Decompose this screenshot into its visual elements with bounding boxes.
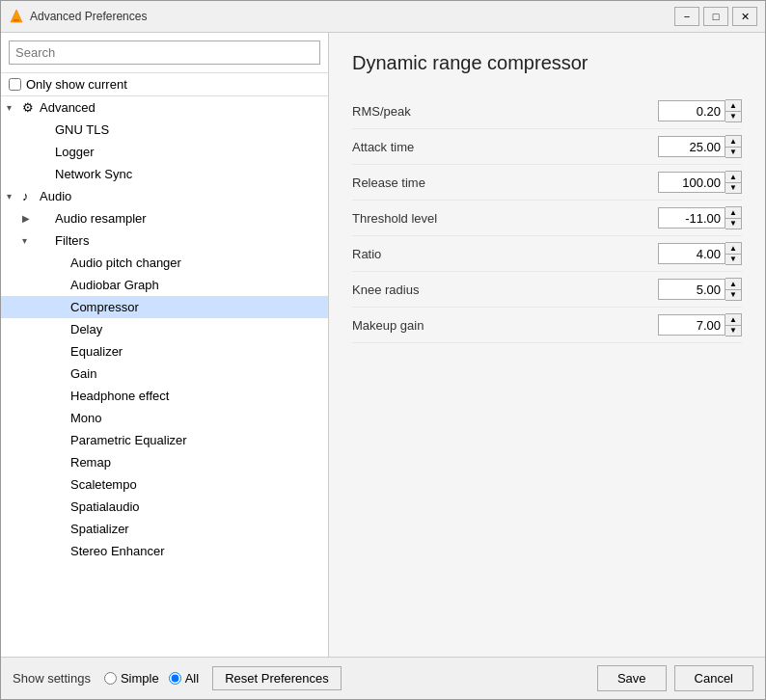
cancel-button[interactable]: Cancel	[674, 665, 753, 691]
search-input[interactable]	[9, 40, 320, 65]
spin-up-threshold-level[interactable]: ▲	[725, 207, 741, 218]
minimize-button[interactable]: −	[674, 7, 699, 26]
spin-buttons-ratio: ▲▼	[725, 242, 742, 265]
tree-item-stereo-enhancer[interactable]: Stereo Enhancer	[1, 540, 328, 562]
setting-label-release-time: Release time	[352, 175, 425, 190]
spin-container-makeup-gain: ▲▼	[658, 313, 742, 337]
maximize-button[interactable]: □	[703, 7, 728, 26]
tree-label-network-sync: Network Sync	[55, 167, 322, 181]
tree-arrow-filters: ▾	[22, 235, 38, 246]
tree-label-audio-resampler: Audio resampler	[55, 211, 322, 226]
spin-up-rms-peak[interactable]: ▲	[725, 100, 741, 111]
radio-all-input[interactable]	[169, 672, 181, 685]
tree-item-filters[interactable]: ▾Filters	[1, 229, 328, 252]
tree-label-audio-pitch-changer: Audio pitch changer	[70, 256, 322, 270]
spin-down-ratio[interactable]: ▼	[725, 254, 741, 264]
reset-preferences-button[interactable]: Reset Preferences	[212, 666, 342, 690]
spin-container-release-time: ▲▼	[658, 171, 742, 194]
tree-item-gain[interactable]: Gain	[1, 363, 328, 385]
tree-label-stereo-enhancer: Stereo Enhancer	[70, 544, 322, 558]
window-title: Advanced Preferences	[30, 10, 147, 23]
tree-label-audiobar-graph: Audiobar Graph	[70, 278, 322, 292]
setting-label-threshold-level: Threshold level	[352, 211, 437, 226]
tree-item-compressor[interactable]: Compressor	[1, 296, 328, 318]
close-button[interactable]: ✕	[732, 7, 757, 26]
tree-item-parametric-equalizer[interactable]: Parametric Equalizer	[1, 429, 328, 451]
spin-input-threshold-level[interactable]	[658, 207, 725, 229]
spin-up-ratio[interactable]: ▲	[725, 243, 741, 254]
tree-item-mono[interactable]: Mono	[1, 407, 328, 429]
spin-input-attack-time[interactable]	[658, 136, 725, 157]
spin-down-knee-radius[interactable]: ▼	[725, 289, 741, 300]
spin-up-makeup-gain[interactable]: ▲	[725, 314, 741, 325]
tree-label-delay: Delay	[70, 322, 322, 337]
bottom-right: Save Cancel	[597, 665, 753, 691]
tree-arrow-audio: ▾	[7, 191, 22, 202]
tree-item-audio-resampler[interactable]: ▶Audio resampler	[1, 207, 328, 229]
spin-down-threshold-level[interactable]: ▼	[725, 218, 741, 229]
title-bar-left: Advanced Preferences	[9, 9, 147, 24]
tree-item-delay[interactable]: Delay	[1, 318, 328, 340]
spin-input-rms-peak[interactable]	[658, 100, 725, 121]
panel-title: Dynamic range compressor	[352, 52, 742, 74]
tree-item-gnu-tls[interactable]: GNU TLS	[1, 119, 328, 141]
tree-item-scaletempo[interactable]: Scaletempo	[1, 473, 328, 496]
main-window: Advanced Preferences − □ ✕ Only show cur…	[0, 0, 766, 700]
spin-down-makeup-gain[interactable]: ▼	[725, 325, 741, 336]
tree-item-spatialaudio[interactable]: Spatialaudio	[1, 496, 328, 518]
save-button[interactable]: Save	[597, 665, 667, 691]
spin-down-release-time[interactable]: ▼	[725, 182, 741, 193]
tree-item-audiobar-graph[interactable]: Audiobar Graph	[1, 274, 328, 296]
radio-all: All	[169, 671, 199, 686]
spin-up-knee-radius[interactable]: ▲	[725, 279, 741, 289]
setting-row-rms-peak: RMS/peak▲▼	[352, 94, 742, 129]
setting-label-attack-time: Attack time	[352, 140, 414, 154]
tree-item-headphone-effect[interactable]: Headphone effect	[1, 385, 328, 407]
spin-buttons-threshold-level: ▲▼	[725, 206, 742, 229]
tree-label-logger: Logger	[55, 145, 322, 159]
spin-input-makeup-gain[interactable]	[658, 314, 725, 336]
spin-down-attack-time[interactable]: ▼	[725, 147, 741, 157]
spin-buttons-attack-time: ▲▼	[725, 135, 742, 158]
tree-label-headphone-effect: Headphone effect	[70, 389, 322, 403]
tree-label-gain: Gain	[70, 366, 322, 381]
spin-up-release-time[interactable]: ▲	[725, 172, 741, 182]
tree-label-gnu-tls: GNU TLS	[55, 122, 322, 137]
bottom-left: Show settings Simple All Reset Preferenc…	[13, 666, 342, 690]
spin-input-knee-radius[interactable]	[658, 279, 725, 300]
tree-item-logger[interactable]: Logger	[1, 141, 328, 163]
setting-row-makeup-gain: Makeup gain▲▼	[352, 308, 742, 343]
tree-item-advanced[interactable]: ▾⚙Advanced	[1, 96, 328, 119]
spin-input-ratio[interactable]	[658, 243, 725, 264]
tree-item-network-sync[interactable]: Network Sync	[1, 163, 328, 185]
tree-label-scaletempo: Scaletempo	[70, 477, 322, 492]
setting-row-attack-time: Attack time▲▼	[352, 129, 742, 165]
show-settings-label: Show settings	[13, 671, 91, 686]
tree-arrow-advanced: ▾	[7, 102, 22, 113]
settings-grid: RMS/peak▲▼Attack time▲▼Release time▲▼Thr…	[352, 94, 742, 343]
spin-container-rms-peak: ▲▼	[658, 99, 742, 122]
tree-item-audio-pitch-changer[interactable]: Audio pitch changer	[1, 252, 328, 274]
radio-simple: Simple	[104, 671, 159, 686]
radio-simple-label[interactable]: Simple	[121, 671, 159, 686]
main-content: Only show current ▾⚙AdvancedGNU TLSLogge…	[1, 33, 765, 657]
spin-up-attack-time[interactable]: ▲	[725, 136, 741, 147]
tree-label-equalizer: Equalizer	[70, 344, 322, 359]
tree-item-remap[interactable]: Remap	[1, 451, 328, 473]
vlc-icon	[9, 9, 24, 24]
tree-area: ▾⚙AdvancedGNU TLSLoggerNetwork Sync▾♪Aud…	[1, 96, 328, 657]
only-show-current-label[interactable]: Only show current	[26, 77, 127, 92]
tree-arrow-audio-resampler: ▶	[22, 213, 38, 224]
title-bar: Advanced Preferences − □ ✕	[1, 1, 765, 33]
svg-rect-1	[14, 19, 19, 21]
tree-item-equalizer[interactable]: Equalizer	[1, 340, 328, 363]
only-show-current-checkbox[interactable]	[9, 78, 21, 91]
radio-all-label[interactable]: All	[185, 671, 199, 686]
radio-simple-input[interactable]	[104, 672, 117, 685]
spin-input-release-time[interactable]	[658, 172, 725, 193]
tree-item-audio[interactable]: ▾♪Audio	[1, 185, 328, 207]
setting-label-rms-peak: RMS/peak	[352, 104, 411, 119]
setting-row-knee-radius: Knee radius▲▼	[352, 272, 742, 308]
tree-item-spatializer[interactable]: Spatializer	[1, 518, 328, 540]
spin-down-rms-peak[interactable]: ▼	[725, 111, 741, 121]
